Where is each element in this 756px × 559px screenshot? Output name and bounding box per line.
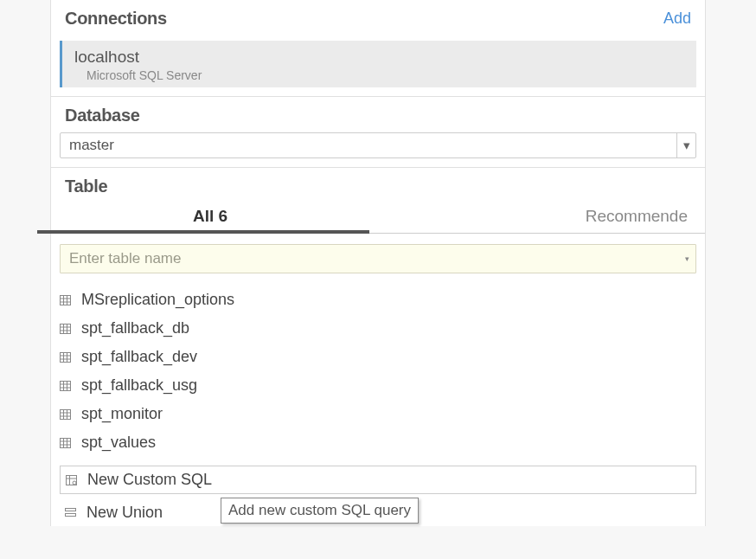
tab-all[interactable]: All 6 bbox=[51, 202, 369, 233]
table-icon bbox=[60, 381, 71, 391]
new-union-button[interactable]: New Union Add new custom SQL query bbox=[60, 499, 696, 526]
svg-point-33 bbox=[73, 481, 76, 485]
connection-type: Microsoft SQL Server bbox=[74, 68, 684, 82]
svg-rect-10 bbox=[61, 352, 71, 362]
tab-all-count: 6 bbox=[218, 207, 227, 225]
svg-rect-0 bbox=[61, 295, 71, 305]
table-list: MSreplication_options spt_fallback_db sp… bbox=[51, 282, 705, 460]
custom-sql-icon bbox=[66, 475, 77, 485]
add-connection-link[interactable]: Add bbox=[663, 10, 691, 28]
union-icon bbox=[65, 508, 76, 518]
tab-recommended-label: Recommende bbox=[586, 207, 688, 225]
table-name: spt_fallback_db bbox=[81, 319, 189, 337]
database-title: Database bbox=[65, 106, 691, 125]
custom-sql-label: New Custom SQL bbox=[87, 471, 212, 489]
svg-rect-5 bbox=[61, 324, 71, 333]
svg-rect-20 bbox=[61, 409, 71, 419]
table-name: spt_fallback_dev bbox=[81, 348, 197, 366]
table-row[interactable]: spt_fallback_usg bbox=[60, 371, 696, 400]
tab-recommended[interactable]: Recommende bbox=[369, 202, 705, 233]
new-custom-sql-button[interactable]: New Custom SQL bbox=[60, 466, 696, 494]
table-name: spt_monitor bbox=[81, 405, 163, 423]
database-section: Database master ▾ bbox=[50, 97, 706, 168]
table-icon bbox=[60, 438, 71, 448]
table-title: Table bbox=[65, 177, 691, 196]
connections-section: Connections Add localhost Microsoft SQL … bbox=[50, 0, 706, 97]
table-row[interactable]: spt_monitor bbox=[60, 400, 696, 428]
table-row[interactable]: spt_fallback_db bbox=[60, 314, 696, 343]
table-name: spt_fallback_usg bbox=[81, 376, 197, 395]
table-row[interactable]: spt_values bbox=[60, 428, 696, 457]
table-icon bbox=[60, 295, 71, 305]
new-union-label: New Union bbox=[86, 504, 163, 522]
table-name: spt_values bbox=[81, 434, 156, 452]
table-name: MSreplication_options bbox=[81, 291, 234, 309]
connections-header: Connections Add bbox=[51, 0, 705, 37]
database-select-value: master bbox=[61, 137, 676, 154]
tab-all-label: All bbox=[193, 207, 214, 225]
table-icon bbox=[60, 324, 71, 334]
table-search-input[interactable] bbox=[60, 244, 696, 273]
database-header: Database bbox=[51, 97, 705, 132]
connection-item[interactable]: localhost Microsoft SQL Server bbox=[60, 41, 696, 87]
table-section: Table All 6 Recommende ▾ MSreplication_o… bbox=[50, 168, 706, 526]
table-tabs: All 6 Recommende bbox=[51, 202, 705, 234]
table-icon bbox=[60, 409, 71, 420]
database-dropdown-button[interactable]: ▾ bbox=[676, 133, 695, 157]
table-icon bbox=[60, 352, 71, 363]
tooltip: Add new custom SQL query bbox=[221, 498, 419, 524]
table-row[interactable]: spt_fallback_dev bbox=[60, 343, 696, 371]
table-header: Table bbox=[51, 168, 705, 202]
connections-title: Connections bbox=[65, 9, 167, 29]
chevron-down-icon: ▾ bbox=[683, 138, 690, 153]
table-search-row: ▾ bbox=[60, 244, 696, 273]
svg-rect-15 bbox=[61, 381, 71, 390]
connection-name: localhost bbox=[74, 48, 684, 67]
database-select[interactable]: master ▾ bbox=[60, 132, 696, 158]
svg-rect-25 bbox=[61, 438, 71, 447]
table-row[interactable]: MSreplication_options bbox=[60, 286, 696, 314]
